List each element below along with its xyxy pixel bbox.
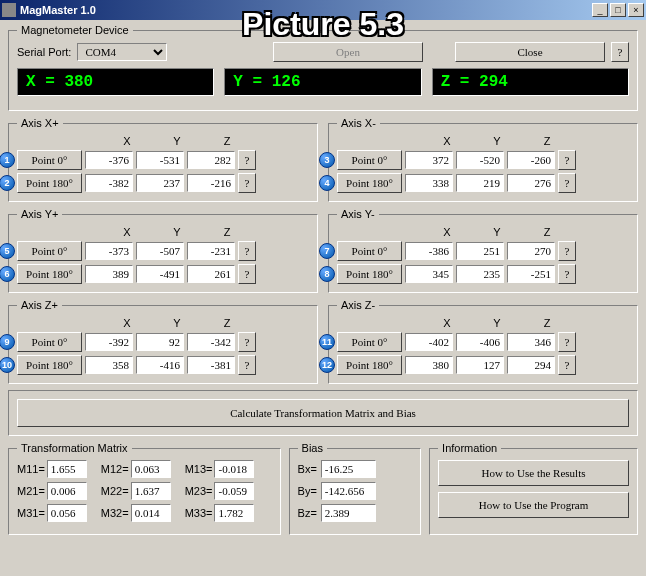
point-yp-p180-button[interactable]: Point 180° [17, 264, 82, 284]
close-button[interactable]: × [628, 3, 644, 17]
col-z: Z [202, 317, 252, 329]
serial-port-select[interactable]: COM4 [77, 43, 167, 61]
ym-p180-y-field[interactable] [456, 265, 504, 283]
badge-4: 4 [319, 175, 335, 191]
ym-p0-z-field[interactable] [507, 242, 555, 260]
zp-p0-help-button[interactable]: ? [238, 332, 256, 352]
xp-p0-x-field[interactable] [85, 151, 133, 169]
device-help-button[interactable]: ? [611, 42, 629, 62]
axis-xm-legend: Axis X- [337, 117, 380, 129]
xm-p0-y-field[interactable] [456, 151, 504, 169]
yp-p180-x-field[interactable] [85, 265, 133, 283]
zm-p180-x-field[interactable] [405, 356, 453, 374]
xm-p180-z-field[interactable] [507, 174, 555, 192]
m32-field[interactable] [131, 504, 171, 522]
zm-p0-z-field[interactable] [507, 333, 555, 351]
point-xp-p180-button[interactable]: Point 180° [17, 173, 82, 193]
ym-p0-x-field[interactable] [405, 242, 453, 260]
how-results-button[interactable]: How to Use the Results [438, 460, 629, 486]
m12-field[interactable] [131, 460, 171, 478]
m31-field[interactable] [47, 504, 87, 522]
xp-p180-x-field[interactable] [85, 174, 133, 192]
by-field[interactable] [321, 482, 376, 500]
m21-field[interactable] [47, 482, 87, 500]
ym-p180-x-field[interactable] [405, 265, 453, 283]
m33-field[interactable] [214, 504, 254, 522]
bx-field[interactable] [321, 460, 376, 478]
m23-field[interactable] [214, 482, 254, 500]
open-button[interactable]: Open [273, 42, 423, 62]
point-ym-p0-button[interactable]: Point 0° [337, 241, 402, 261]
zp-p180-help-button[interactable]: ? [238, 355, 256, 375]
zm-p0-help-button[interactable]: ? [558, 332, 576, 352]
yp-p180-y-field[interactable] [136, 265, 184, 283]
bz-field[interactable] [321, 504, 376, 522]
zp-p180-z-field[interactable] [187, 356, 235, 374]
axis-xp-legend: Axis X+ [17, 117, 63, 129]
bias-legend: Bias [298, 442, 327, 454]
zp-p180-x-field[interactable] [85, 356, 133, 374]
xp-p180-z-field[interactable] [187, 174, 235, 192]
zm-p180-y-field[interactable] [456, 356, 504, 374]
point-xm-p180-button[interactable]: Point 180° [337, 173, 402, 193]
point-zm-p180-button[interactable]: Point 180° [337, 355, 402, 375]
zm-p0-x-field[interactable] [405, 333, 453, 351]
minimize-button[interactable]: _ [592, 3, 608, 17]
zp-p0-z-field[interactable] [187, 333, 235, 351]
col-z: Z [522, 226, 572, 238]
xm-p0-help-button[interactable]: ? [558, 150, 576, 170]
how-program-button[interactable]: How to Use the Program [438, 492, 629, 518]
point-yp-p0-button[interactable]: Point 0° [17, 241, 82, 261]
col-z: Z [202, 226, 252, 238]
axis-yp-legend: Axis Y+ [17, 208, 62, 220]
maximize-button[interactable]: □ [610, 3, 626, 17]
ym-p180-z-field[interactable] [507, 265, 555, 283]
yp-p0-x-field[interactable] [85, 242, 133, 260]
xm-p180-x-field[interactable] [405, 174, 453, 192]
matrix-group: Transformation Matrix M11= M12= M13= M21… [8, 442, 281, 535]
col-x: X [422, 135, 472, 147]
zm-p180-z-field[interactable] [507, 356, 555, 374]
xm-p0-x-field[interactable] [405, 151, 453, 169]
point-zm-p0-button[interactable]: Point 0° [337, 332, 402, 352]
xp-p0-y-field[interactable] [136, 151, 184, 169]
xm-p0-z-field[interactable] [507, 151, 555, 169]
zm-p0-y-field[interactable] [456, 333, 504, 351]
ym-p0-help-button[interactable]: ? [558, 241, 576, 261]
xm-p180-help-button[interactable]: ? [558, 173, 576, 193]
close-button-device[interactable]: Close [455, 42, 605, 62]
xp-p180-y-field[interactable] [136, 174, 184, 192]
yp-p180-help-button[interactable]: ? [238, 264, 256, 284]
point-xp-p0-button[interactable]: Point 0° [17, 150, 82, 170]
point-zp-p180-button[interactable]: Point 180° [17, 355, 82, 375]
serial-port-label: Serial Port: [17, 46, 71, 58]
zp-p0-y-field[interactable] [136, 333, 184, 351]
col-y: Y [152, 317, 202, 329]
yp-p0-y-field[interactable] [136, 242, 184, 260]
m11-field[interactable] [47, 460, 87, 478]
point-ym-p180-button[interactable]: Point 180° [337, 264, 402, 284]
col-z: Z [522, 317, 572, 329]
ym-p180-help-button[interactable]: ? [558, 264, 576, 284]
zp-p0-x-field[interactable] [85, 333, 133, 351]
m22-field[interactable] [131, 482, 171, 500]
xp-p0-z-field[interactable] [187, 151, 235, 169]
xm-p180-y-field[interactable] [456, 174, 504, 192]
ym-p0-y-field[interactable] [456, 242, 504, 260]
m31-label: M31= [17, 507, 45, 519]
point-xm-p0-button[interactable]: Point 0° [337, 150, 402, 170]
xp-p0-help-button[interactable]: ? [238, 150, 256, 170]
app-icon [2, 3, 16, 17]
zp-p180-y-field[interactable] [136, 356, 184, 374]
m13-field[interactable] [214, 460, 254, 478]
yp-p180-z-field[interactable] [187, 265, 235, 283]
xp-p180-help-button[interactable]: ? [238, 173, 256, 193]
device-legend: Magnetometer Device [17, 24, 133, 36]
axis-xp-group: Axis X+XYZ1Point 0°?2Point 180°? [8, 117, 318, 202]
zm-p180-help-button[interactable]: ? [558, 355, 576, 375]
yp-p0-help-button[interactable]: ? [238, 241, 256, 261]
point-zp-p0-button[interactable]: Point 0° [17, 332, 82, 352]
col-x: X [102, 317, 152, 329]
calculate-button[interactable]: Calculate Transformation Matrix and Bias [17, 399, 629, 427]
yp-p0-z-field[interactable] [187, 242, 235, 260]
